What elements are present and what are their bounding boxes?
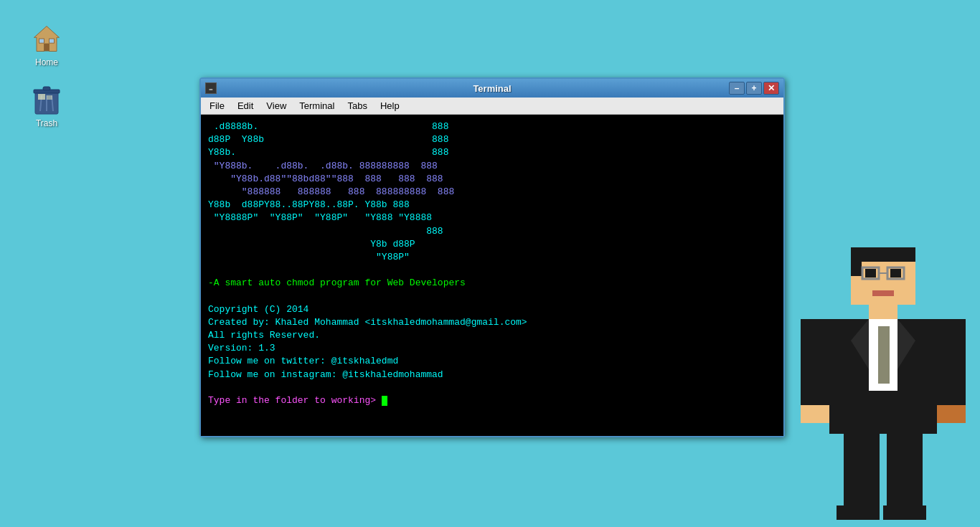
- pixel-character: [793, 226, 980, 527]
- svg-rect-14: [851, 247, 862, 276]
- menu-help[interactable]: Help: [374, 99, 405, 113]
- blank-line-2: [208, 290, 776, 303]
- ascii-line-10: Y8b d88P: [208, 238, 776, 251]
- svg-rect-6: [43, 87, 50, 90]
- copyright-line: Copyright (C) 2014: [208, 303, 776, 316]
- ascii-line-4: "Y888b. .d88b. .d88b. 888888888 888: [208, 160, 776, 173]
- terminal-menubar: File Edit View Terminal Tabs Help: [201, 98, 783, 115]
- blank-line-3: [208, 381, 776, 394]
- ascii-line-1: .d8888b. 888: [208, 120, 776, 133]
- svg-rect-24: [878, 326, 890, 384]
- instagram-line: Follow me on instagram: @itskhaledmohamm…: [208, 369, 776, 381]
- svg-rect-1: [44, 44, 50, 52]
- svg-rect-28: [937, 319, 966, 405]
- ascii-line-3: Y88b. 888: [208, 146, 776, 159]
- trash-icon-image: [29, 82, 64, 117]
- created-by-line: Created by: Khaled Mohammad <itskhaledmo…: [208, 316, 776, 329]
- terminal-icon: ▬: [205, 82, 217, 94]
- svg-rect-11: [47, 95, 52, 100]
- svg-rect-10: [38, 94, 45, 100]
- svg-rect-34: [883, 505, 926, 520]
- terminal-window: ▬ Terminal – + ✕ File Edit View Terminal…: [199, 77, 785, 437]
- menu-tabs[interactable]: Tabs: [341, 99, 372, 113]
- svg-rect-20: [872, 290, 894, 296]
- menu-file[interactable]: File: [204, 99, 230, 113]
- ascii-line-9: 888: [208, 225, 776, 238]
- home-icon-label: Home: [35, 57, 58, 67]
- svg-rect-3: [50, 39, 55, 43]
- svg-rect-2: [39, 39, 44, 43]
- menu-edit[interactable]: Edit: [232, 99, 259, 113]
- twitter-line: Follow me on twitter: @itskhaledmd: [208, 355, 776, 368]
- trash-desktop-icon[interactable]: Trash: [18, 82, 75, 128]
- ascii-line-2: d88P Y88b 888: [208, 133, 776, 146]
- terminal-body[interactable]: .d8888b. 888 d88P Y88b 888 Y88b. 888 "Y8…: [201, 115, 783, 436]
- menu-terminal[interactable]: Terminal: [293, 99, 340, 113]
- minimize-button[interactable]: –: [729, 82, 745, 95]
- svg-rect-15: [865, 269, 876, 277]
- close-button[interactable]: ✕: [763, 82, 779, 95]
- menu-view[interactable]: View: [260, 99, 292, 113]
- window-controls: – + ✕: [729, 82, 779, 95]
- svg-rect-16: [890, 269, 901, 277]
- svg-rect-21: [869, 305, 897, 319]
- home-desktop-icon[interactable]: Home: [18, 22, 75, 67]
- ascii-line-11: "Y88P": [208, 251, 776, 264]
- maximize-button[interactable]: +: [746, 82, 762, 95]
- terminal-cursor: [382, 396, 387, 406]
- version-line: Version: 1.3: [208, 342, 776, 355]
- ascii-line-8: "Y8888P" "Y88P" "Y88P" "Y888 "Y8888: [208, 212, 776, 224]
- svg-rect-29: [801, 405, 829, 423]
- rights-line: All rights Reserved.: [208, 329, 776, 342]
- prompt-line[interactable]: Type in the folder to working>: [208, 394, 776, 407]
- terminal-title: Terminal: [473, 83, 511, 94]
- blank-line-1: [208, 264, 776, 277]
- ascii-line-7: Y88b d88PY88..88PY88..88P. Y88b 888: [208, 199, 776, 212]
- svg-rect-27: [801, 319, 829, 405]
- svg-rect-33: [837, 505, 880, 520]
- svg-rect-30: [937, 405, 966, 423]
- terminal-titlebar: ▬ Terminal – + ✕: [201, 79, 783, 98]
- trash-icon-label: Trash: [36, 118, 57, 128]
- ascii-line-5: "Y88b.d88""88bd88""888 888 888 888: [208, 173, 776, 186]
- home-icon-image: [29, 22, 64, 56]
- ascii-line-6: "888888 888888 888 888888888 888: [208, 186, 776, 199]
- subtitle-line: -A smart auto chmod program for Web Deve…: [208, 277, 776, 290]
